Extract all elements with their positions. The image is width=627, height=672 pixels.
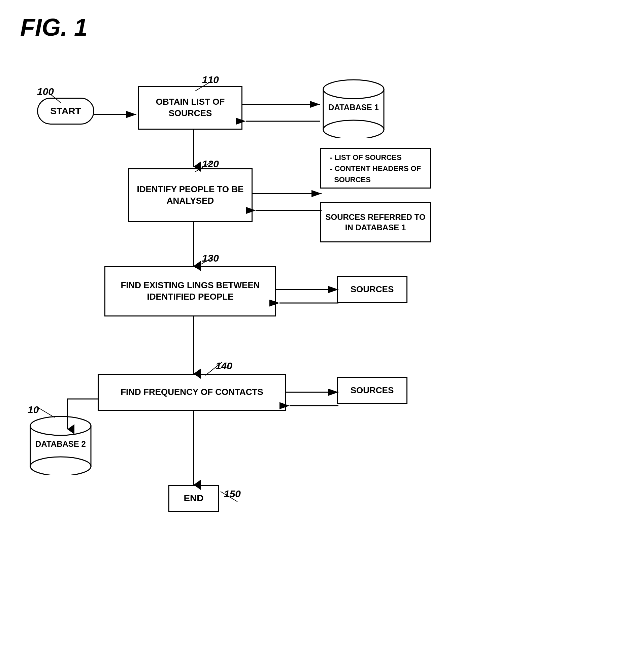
database1-cylinder: DATABASE 1 (320, 77, 387, 138)
label-line-150 (217, 488, 244, 505)
svg-line-37 (221, 491, 237, 502)
arrow-sources130-to-links-left (276, 296, 342, 310)
arrow-obtain-to-db1-right (242, 98, 323, 111)
find-links-box: FIND EXISTING LINGS BETWEEN IDENTIFIED P… (104, 266, 276, 316)
sources-130-box: SOURCES (337, 276, 407, 303)
info-box-text: - LIST OF SOURCES- CONTENT HEADERS OF SO… (330, 152, 421, 185)
arrow-db1-to-obtain-left (242, 115, 323, 128)
svg-line-33 (195, 81, 212, 91)
label-line-120 (189, 158, 216, 175)
svg-line-39 (50, 94, 61, 103)
find-frequency-box: FIND FREQUENCY OF CONTACTS (98, 374, 286, 411)
end-node: END (168, 485, 219, 512)
arrow-frequency-to-end (187, 411, 200, 488)
arrow-frequency-to-db2 (61, 392, 101, 433)
sources-referred-box: SOURCES REFERRED TO IN DATABASE 1 (320, 202, 431, 242)
label-line-100 (41, 91, 67, 104)
svg-point-1 (323, 80, 384, 99)
svg-line-34 (195, 162, 212, 172)
figure-title: FIG. 1 (20, 14, 88, 41)
arrow-sources-referred-to-identify-left (252, 204, 325, 217)
label-line-110 (189, 77, 216, 94)
label-line-10 (28, 404, 54, 421)
arrow-sources140-to-frequency-left (286, 399, 342, 412)
label-line-130 (189, 254, 216, 271)
arrow-links-to-frequency (187, 316, 200, 377)
arrow-identify-to-sources-referred-right (252, 187, 325, 200)
info-box: - LIST OF SOURCES- CONTENT HEADERS OF SO… (320, 148, 431, 189)
svg-line-36 (206, 362, 222, 376)
database1-label: DATABASE 1 (320, 103, 387, 112)
svg-line-35 (195, 258, 212, 268)
identify-people-box: IDENTIFY PEOPLE TO BE ANALYSED (128, 168, 252, 222)
svg-point-2 (323, 120, 384, 138)
arrow-start-to-obtain (94, 108, 140, 121)
arrow-frequency-to-sources140-right (286, 385, 342, 399)
label-line-140 (199, 359, 225, 379)
sources-140-box: SOURCES (337, 377, 407, 404)
database2-label: DATABASE 2 (27, 439, 94, 449)
arrow-links-to-sources130-right (276, 283, 342, 296)
svg-point-5 (30, 457, 91, 475)
svg-line-38 (38, 407, 54, 417)
